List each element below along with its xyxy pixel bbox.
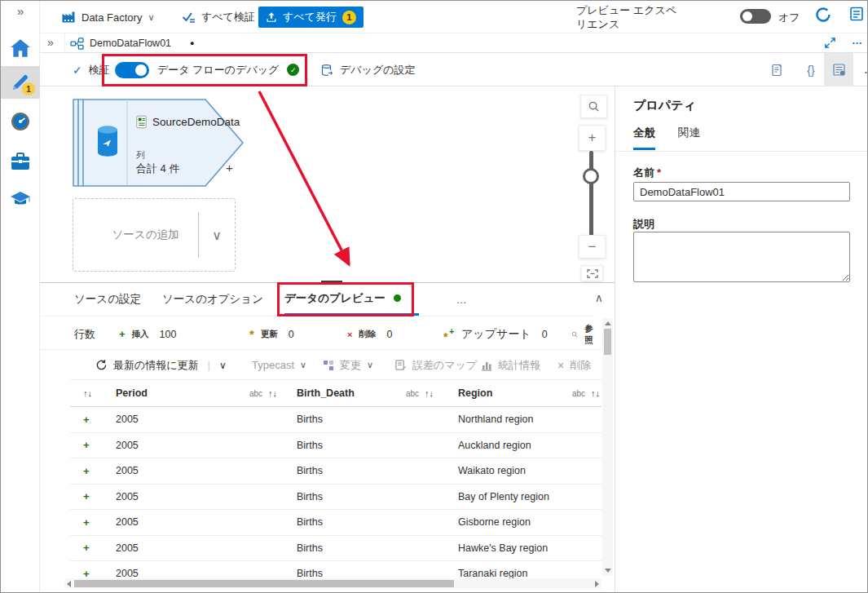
minus-icon: − — [588, 239, 597, 255]
toolbar-more-icon[interactable]: … — [855, 53, 868, 86]
scroll-left-arrow[interactable] — [67, 581, 71, 587]
typecast-button[interactable]: Typecast ∨ — [252, 351, 306, 379]
header-sort-column[interactable]: ↑↓ — [70, 388, 112, 398]
preview-experience-toggle[interactable] — [740, 9, 771, 24]
cell-region: Hawke's Bay region — [455, 542, 601, 554]
sidebar-item-author[interactable]: 1 — [1, 66, 40, 99]
add-transformation-icon[interactable]: + — [226, 161, 233, 175]
table-row[interactable]: + 2005 Births Bay of Plenty region — [70, 485, 601, 511]
row-insert-icon: + — [83, 490, 90, 502]
description-textarea[interactable] — [633, 232, 850, 282]
plus-icon: + — [588, 130, 597, 146]
publish-all-label: すべて発行 — [283, 10, 337, 24]
cell-period: 2005 — [112, 465, 293, 476]
add-source-chevron-icon[interactable]: ∨ — [199, 228, 235, 243]
tab-demodataflow01[interactable]: DemoDataFlow01 ● — [64, 33, 199, 53]
check-icon: ✓ — [73, 64, 82, 77]
name-input[interactable] — [633, 182, 850, 201]
bottom-tab-0[interactable]: ソースの設定 — [74, 283, 141, 316]
zoom-to-fit-button[interactable] — [581, 265, 603, 281]
table-row[interactable]: + 2005 Births Waikato region — [70, 458, 601, 485]
tab-more-icon[interactable]: … — [852, 34, 863, 46]
expand-editor-icon[interactable] — [824, 37, 836, 51]
cell-period: 2005 — [112, 414, 293, 425]
sort-icon[interactable]: ↑↓ — [591, 388, 600, 398]
remove-x-icon: × — [557, 359, 564, 372]
dataflow-debug-toggle[interactable] — [115, 62, 149, 78]
tab-general[interactable]: 全般 — [633, 126, 655, 150]
graduation-cap-icon — [10, 190, 31, 208]
row-insert-icon: + — [83, 465, 90, 477]
row-actions-cell: + — [70, 439, 112, 451]
sidebar-item-manage[interactable] — [1, 145, 40, 178]
sidebar-item-learning[interactable] — [1, 183, 40, 215]
table-row[interactable]: + 2005 Births Taranaki region — [70, 561, 601, 579]
code-braces-button[interactable]: {} — [796, 53, 826, 86]
source-dataset-icon — [98, 126, 117, 156]
name-field-label: 名前* — [633, 166, 661, 180]
collapse-panel-icon[interactable]: ∧ — [595, 291, 603, 304]
bottom-tab-1[interactable]: ソースのオプション — [162, 283, 263, 316]
remove-button[interactable]: × 削除 — [557, 351, 591, 379]
stat-delete: × 削除 0 — [347, 318, 392, 350]
bottom-tab-2[interactable]: データのプレビュー — [284, 283, 419, 316]
sync-status-icon[interactable] — [814, 6, 832, 26]
upsert-icon: *+ — [443, 328, 455, 341]
zoom-slider-knob[interactable] — [583, 168, 599, 184]
cell-period: 2005 — [112, 542, 293, 554]
properties-tabs: 全般 関連 — [633, 126, 700, 150]
publish-all-button[interactable]: すべて発行 1 — [258, 7, 364, 28]
sort-icon[interactable]: ↑↓ — [268, 388, 277, 398]
horizontal-scrollbar[interactable] — [64, 578, 601, 589]
properties-pane-button[interactable] — [824, 53, 853, 86]
add-source-placeholder[interactable]: ソースの追加 ∨ — [73, 198, 236, 272]
header-birth-death[interactable]: Birth_Death abc ↑↓ — [293, 387, 455, 399]
validate-all-button[interactable]: すべて検証 — [182, 1, 255, 33]
debug-settings-button[interactable]: デバッグの設定 — [320, 53, 416, 86]
debug-settings-icon — [320, 64, 333, 77]
header-period[interactable]: Period abc ↑↓ — [112, 387, 293, 399]
script-view-button[interactable] — [762, 53, 791, 86]
refresh-chevron-icon[interactable]: ∨ — [219, 360, 227, 371]
modify-chevron-icon: ∨ — [367, 360, 373, 370]
tab-related[interactable]: 関連 — [678, 126, 700, 150]
header-region[interactable]: Region abc ↑↓ — [455, 387, 601, 399]
table-row[interactable]: + 2005 Births Auckland region — [70, 433, 601, 459]
vertical-scroll-thumb[interactable] — [604, 329, 611, 355]
sidebar-item-monitor[interactable] — [1, 105, 40, 138]
table-row[interactable]: + 2005 Births Gisborne region — [70, 510, 601, 536]
zoom-out-button[interactable]: − — [579, 235, 606, 259]
factory-icon — [61, 11, 76, 24]
validate-button[interactable]: ✓ 検証 — [73, 53, 110, 86]
table-row[interactable]: + 2005 Births Northland region — [70, 407, 601, 433]
cell-period: 2005 — [112, 440, 293, 451]
toggle-knob — [135, 64, 147, 76]
dataflow-debug-control: データ フローのデバッグ ✓ — [115, 53, 299, 86]
statistics-button[interactable]: 統計情報 — [481, 351, 540, 379]
tab-overflow-icon[interactable]: » — [47, 36, 54, 49]
zoom-in-button[interactable]: + — [579, 125, 606, 151]
sort-icon[interactable]: ↑↓ — [425, 388, 434, 398]
sidebar-item-home[interactable] — [1, 32, 40, 64]
bottom-tabs-more[interactable]: … — [456, 283, 467, 316]
scroll-up-arrow[interactable] — [605, 321, 611, 325]
chevron-down-icon: ∨ — [148, 12, 154, 23]
delete-icon: × — [347, 330, 352, 339]
notifications-icon[interactable] — [848, 6, 865, 24]
horizontal-scroll-thumb[interactable] — [74, 580, 454, 587]
modify-button[interactable]: 変更 ∨ — [323, 351, 373, 379]
expand-sidebar-icon[interactable]: » — [17, 4, 24, 18]
dataflow-canvas[interactable]: SourceDemoData 列 合計 4 件 + ソースの追加 ∨ + − — [40, 86, 615, 282]
refresh-button[interactable]: 最新の情報に更新 | ∨ — [95, 351, 227, 379]
preview-toggle-state: オフ — [778, 11, 800, 25]
map-drifted-button[interactable]: 誤差のマップ — [394, 351, 477, 379]
factory-selector[interactable]: Data Factory ∨ — [61, 1, 154, 33]
canvas-search-button[interactable] — [580, 95, 607, 118]
debug-settings-label: デバッグの設定 — [340, 63, 416, 77]
vertical-scrollbar[interactable] — [602, 318, 613, 576]
scroll-down-arrow[interactable] — [605, 569, 611, 573]
table-row[interactable]: + 2005 Births Hawke's Bay region — [70, 536, 601, 562]
scroll-right-arrow[interactable] — [595, 581, 599, 587]
map-drifted-icon — [394, 359, 407, 371]
source-node[interactable]: SourceDemoData 列 合計 4 件 + — [73, 99, 245, 187]
